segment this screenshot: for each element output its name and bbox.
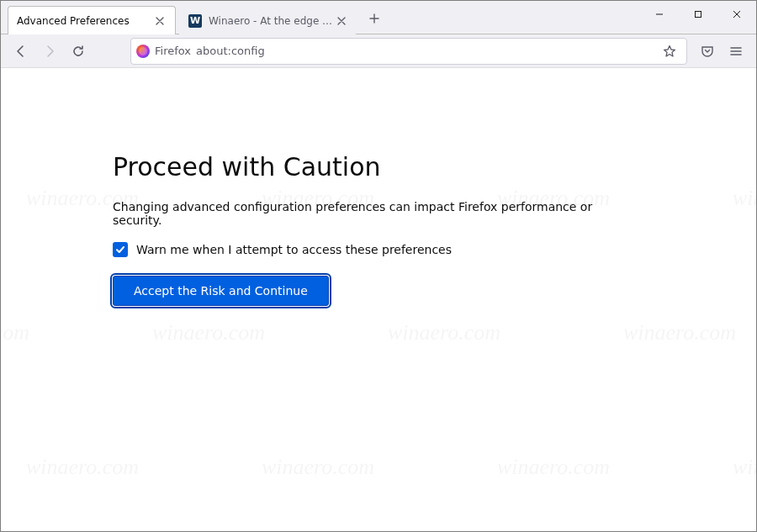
bookmark-star-icon[interactable] [658,40,681,63]
app-menu-button[interactable] [723,38,749,65]
about-config-warning: Proceed with Caution Changing advanced c… [93,68,664,306]
url-bar[interactable]: Firefox about:config [130,38,687,65]
accept-risk-button-label: Accept the Risk and Continue [134,284,308,298]
page-title: Proceed with Caution [113,152,644,182]
window-close-button[interactable] [717,1,756,28]
accept-risk-button[interactable]: Accept the Risk and Continue [113,276,329,306]
watermark-text: winaero.com [497,455,610,480]
tab-favicon: W [188,14,202,28]
window-minimize-button[interactable] [640,1,679,28]
tab-close-icon[interactable] [336,14,347,28]
watermark-text: winaero.com [262,455,374,480]
back-button[interactable] [8,38,34,65]
tab-title: Winaero - At the edge of tweak [209,15,336,27]
watermark-text: winaero.com [152,320,265,345]
firefox-icon [136,45,150,58]
tab-strip: Advanced Preferences W Winaero - At the … [1,1,756,34]
browser-window: Advanced Preferences W Winaero - At the … [0,0,757,532]
tab-title: Advanced Preferences [17,15,153,27]
forward-button[interactable] [36,38,63,65]
identity-label: Firefox [155,45,191,57]
identity-box[interactable]: Firefox [136,45,191,58]
watermark-text: winaero.com [26,455,139,480]
warn-checkbox-label: Warn me when I attempt to access these p… [136,243,452,256]
watermark-text: winaero.com [733,186,756,211]
tab-inactive[interactable]: W Winaero - At the edge of tweak [179,6,356,34]
window-maximize-button[interactable] [679,1,717,28]
watermark-text: winaero.com [733,455,756,480]
watermark-text: winaero.com [623,320,736,345]
warn-checkbox[interactable] [113,242,128,257]
watermark-text: winaero.com [388,320,500,345]
tab-active[interactable]: Advanced Preferences [8,6,176,34]
url-text: about:config [196,45,265,57]
tab-close-icon[interactable] [153,14,167,28]
warning-description: Changing advanced configuration preferen… [113,200,644,227]
reload-button[interactable] [65,38,92,65]
pocket-save-icon[interactable] [694,38,721,65]
window-controls [640,1,756,28]
new-tab-button[interactable] [363,7,386,30]
tab-favicon-letter: W [190,15,200,26]
svg-rect-0 [696,12,701,18]
checkmark-icon [115,245,125,255]
content-area: Proceed with Caution Changing advanced c… [1,68,756,531]
navigation-toolbar: Firefox about:config [1,34,756,68]
watermark-text: winaero.com [1,320,29,345]
warn-checkbox-row[interactable]: Warn me when I attempt to access these p… [113,242,644,257]
